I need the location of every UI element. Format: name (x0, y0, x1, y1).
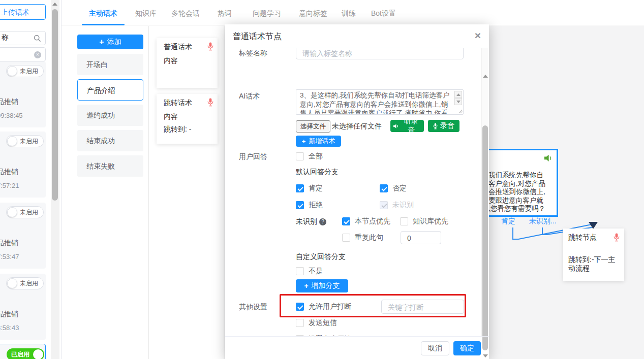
checkbox-icon[interactable] (380, 184, 388, 192)
checkbox-affirm[interactable]: 肯定 (296, 184, 323, 193)
checkbox-icon[interactable] (296, 152, 304, 160)
checkbox-all[interactable]: 全部 (296, 152, 323, 161)
checkbox-allow-interrupt[interactable]: 允许用户打断 (296, 302, 351, 311)
checkbox-negative[interactable]: 否定 (380, 184, 407, 193)
scrollbar-thumb[interactable] (482, 125, 488, 350)
field-label-user-answer: 用户回答 (239, 152, 267, 161)
upload-script-button[interactable]: 上传话术 (0, 4, 46, 20)
script-card[interactable]: 未启用 品推销 7:57:21 (0, 132, 46, 198)
left-scrollbar[interactable] (51, 0, 59, 359)
column-divider (148, 26, 149, 359)
script-card[interactable]: 未启用 品推销 7:53:47 (0, 203, 46, 269)
tab-multi-turn[interactable]: 多轮会话 (171, 9, 200, 18)
checkbox-icon[interactable] (296, 303, 304, 311)
node-card-title: 跳转话术 (164, 99, 192, 108)
checkbox-send-sms[interactable]: 发送短信 (296, 318, 337, 328)
scroll-up-icon[interactable] (454, 91, 462, 98)
search-input[interactable] (1, 33, 33, 42)
flow-item-opening[interactable]: 开场白 (77, 54, 143, 75)
help-icon[interactable]: ? (319, 218, 326, 225)
node-card-content: 内容 (164, 112, 178, 121)
enable-toggle[interactable]: 未启用 (6, 135, 44, 147)
checkbox-label: 发送短信 (309, 318, 337, 328)
record-button[interactable]: 录音 (428, 120, 459, 132)
checkbox-icon[interactable] (342, 234, 350, 242)
modal-scrollbar[interactable] (481, 48, 488, 336)
node-card-jump[interactable]: 跳转话术 内容 跳转到: - (157, 94, 218, 144)
checkbox-label: 允许用户打断 (309, 302, 351, 311)
node-card-normal[interactable]: 普通话术 内容 (157, 38, 218, 88)
speaker-icon[interactable] (544, 154, 553, 162)
checkbox-icon[interactable] (296, 267, 304, 275)
add-script-button[interactable]: + 新增话术 (296, 136, 341, 147)
checkbox-icon[interactable] (296, 184, 304, 192)
enable-toggle[interactable]: 未启用 (6, 277, 44, 289)
scroll-down-icon[interactable] (454, 98, 462, 105)
checkbox-icon[interactable] (296, 319, 304, 327)
checkbox-icon[interactable] (296, 201, 304, 209)
scroll-up-icon[interactable] (52, 3, 57, 6)
script-name: 品推销 (0, 97, 18, 107)
cancel-button[interactable]: 取消 (421, 341, 449, 355)
script-time: 3:58:43 (0, 324, 19, 332)
flow-item-end-success[interactable]: 结束成功 (77, 130, 143, 151)
tab-training[interactable]: 训练 (342, 9, 356, 18)
canvas-jump-node[interactable]: 跳转节点 跳转到:-下一主动流程 (563, 229, 624, 281)
search-icon[interactable] (34, 35, 41, 42)
flow-item-invite-success[interactable]: 邀约成功 (77, 105, 143, 126)
checkbox-icon[interactable] (342, 217, 350, 225)
close-icon[interactable]: × (475, 29, 481, 42)
checkbox-icon[interactable] (400, 217, 408, 225)
tab-question-learning[interactable]: 问题学习 (253, 9, 281, 18)
ai-script-text: 3、是这样的,我们系统先帮你自动打电话筛选客户意向,对您产品有意向的客户会推送到… (300, 91, 452, 115)
microphone-icon[interactable] (207, 98, 213, 107)
default-branch-title: 默认回答分支 (296, 168, 339, 177)
interrupt-keyword-field[interactable] (381, 300, 464, 314)
scrollbar-thumb[interactable] (52, 9, 58, 201)
filter-input[interactable] (1, 49, 33, 58)
add-node-button[interactable]: + 添加 (77, 35, 143, 49)
tag-name-field[interactable] (296, 48, 464, 59)
enable-toggle[interactable]: 未启用 (6, 206, 44, 218)
script-card[interactable]: 未启用 品推销 09:38:45 (0, 61, 46, 127)
canvas-node-active[interactable]: 我们系统先帮你自 客户意向,对您产品 会推送到你微信上, 要跟进意向客户就 ,您… (478, 149, 558, 217)
clear-icon[interactable]: × (34, 51, 41, 58)
choose-file-button[interactable]: 选择文件 (296, 120, 330, 133)
confirm-button[interactable]: 确定 (453, 341, 481, 355)
enable-toggle[interactable]: 未启用 (6, 65, 44, 77)
add-branch-label: 增加分支 (312, 281, 340, 290)
checkbox-label: 全部 (309, 152, 323, 161)
enable-toggle-on[interactable]: 已启用 (7, 348, 44, 359)
ai-script-textarea[interactable]: 3、是这样的,我们系统先帮你自动打电话筛选客户意向,对您产品有意向的客户会推送到… (296, 89, 464, 115)
repeat-count-field[interactable] (401, 231, 441, 244)
scroll-up-icon[interactable] (483, 75, 488, 78)
interrupt-keyword-input[interactable] (387, 303, 458, 312)
flow-item-end-fail[interactable]: 结束失败 (77, 155, 143, 177)
tab-bot-settings[interactable]: Bot设置 (371, 9, 396, 18)
custom-branch-title: 自定义回答分支 (296, 252, 346, 262)
filter-box[interactable]: × (0, 47, 46, 61)
node-script-text: 我们系统先帮你自 客户意向,对您产品 会推送到你微信上, 要跟进意向客户就 ,您… (488, 171, 557, 213)
microphone-icon[interactable] (614, 233, 620, 242)
tab-intent-labels[interactable]: 意向标签 (299, 9, 327, 18)
plus-icon: + (304, 282, 308, 290)
tab-knowledge-base[interactable]: 知识库 (135, 9, 157, 18)
tab-hot-words[interactable]: 热词 (218, 9, 232, 18)
checkbox-node-first[interactable]: 本节点优先 (342, 217, 390, 226)
tag-name-input[interactable] (301, 49, 445, 58)
checkbox-repeat[interactable]: 重复此句 (342, 233, 383, 242)
script-card-selected[interactable]: 已启用 (0, 344, 46, 359)
checkbox-refuse[interactable]: 拒绝 (296, 201, 323, 210)
add-branch-button[interactable]: + 增加分支 (296, 279, 348, 292)
node-card-content: 内容 (164, 56, 178, 66)
listen-recording-button[interactable]: 听录音 (390, 120, 424, 132)
microphone-icon[interactable] (207, 42, 213, 51)
script-card[interactable]: 未启用 品推销 3:58:43 (0, 274, 46, 340)
search-box[interactable] (0, 31, 46, 45)
checkbox-kb-first[interactable]: 知识库优先 (400, 217, 448, 226)
resize-handle-icon[interactable] (458, 109, 463, 114)
checkbox-custom-no[interactable]: 不是 (296, 267, 323, 276)
flow-item-product-intro[interactable]: 产品介绍 (77, 79, 143, 101)
tab-active-scripts[interactable]: 主动话术 (89, 9, 117, 18)
repeat-count-input[interactable] (406, 234, 442, 243)
